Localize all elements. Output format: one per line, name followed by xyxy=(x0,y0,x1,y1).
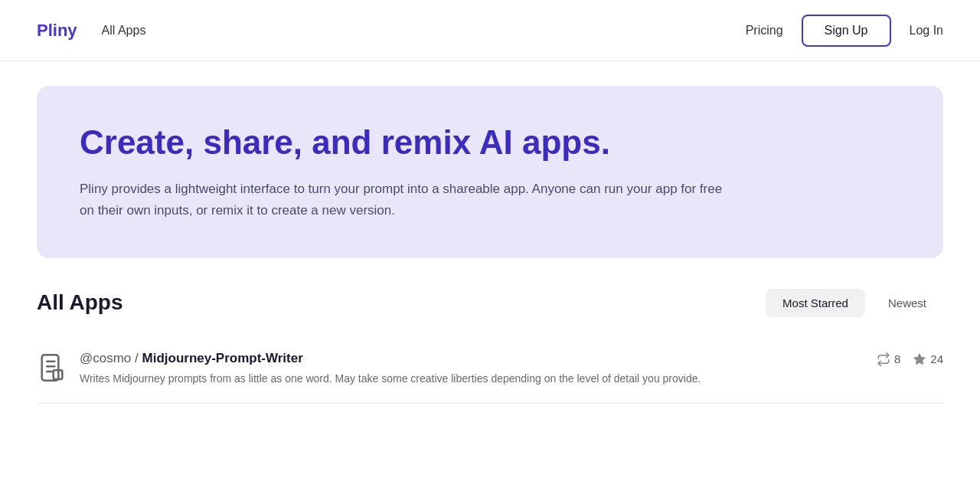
table-row: @cosmo / Midjourney-Prompt-Writer Writes… xyxy=(37,336,943,404)
navbar: Pliny All Apps Pricing Sign Up Log In xyxy=(0,0,980,61)
log-in-button[interactable]: Log In xyxy=(910,24,943,38)
nav-all-apps[interactable]: All Apps xyxy=(102,24,146,38)
app-stats: 8 24 xyxy=(877,352,943,366)
apps-section-title: All Apps xyxy=(37,290,123,315)
app-info: @cosmo / Midjourney-Prompt-Writer Writes… xyxy=(80,351,701,388)
filter-newest-button[interactable]: Newest xyxy=(871,289,943,317)
remix-count: 8 xyxy=(894,352,900,365)
star-stat: 24 xyxy=(913,352,943,366)
hero-description: Pliny provides a lightweight interface t… xyxy=(80,178,738,221)
sign-up-button[interactable]: Sign Up xyxy=(802,15,891,47)
nav-pricing[interactable]: Pricing xyxy=(746,24,783,38)
star-count: 24 xyxy=(930,352,943,365)
app-item-left: @cosmo / Midjourney-Prompt-Writer Writes… xyxy=(37,351,701,388)
star-icon xyxy=(913,352,926,366)
app-author: @cosmo / xyxy=(80,351,142,365)
apps-section: All Apps Most Starred Newest @cosmo / Mi… xyxy=(37,289,943,404)
app-doc-icon xyxy=(37,352,67,383)
svg-rect-0 xyxy=(42,355,59,380)
remix-stat: 8 xyxy=(877,352,900,366)
apps-header: All Apps Most Starred Newest xyxy=(37,289,943,317)
svg-marker-5 xyxy=(914,353,926,364)
filter-most-starred-button[interactable]: Most Starred xyxy=(766,289,865,317)
app-title: Midjourney-Prompt-Writer xyxy=(142,351,303,365)
nav-left: Pliny All Apps xyxy=(37,21,145,41)
app-name[interactable]: @cosmo / Midjourney-Prompt-Writer xyxy=(80,351,701,366)
apps-list: @cosmo / Midjourney-Prompt-Writer Writes… xyxy=(37,336,943,404)
hero-section: Create, share, and remix AI apps. Pliny … xyxy=(37,86,943,258)
remix-icon xyxy=(877,352,890,366)
app-description: Writes Midjourney prompts from as little… xyxy=(80,371,701,388)
filter-buttons: Most Starred Newest xyxy=(766,289,943,317)
logo[interactable]: Pliny xyxy=(37,21,77,41)
hero-title: Create, share, and remix AI apps. xyxy=(80,123,900,163)
nav-right: Pricing Sign Up Log In xyxy=(746,15,943,47)
